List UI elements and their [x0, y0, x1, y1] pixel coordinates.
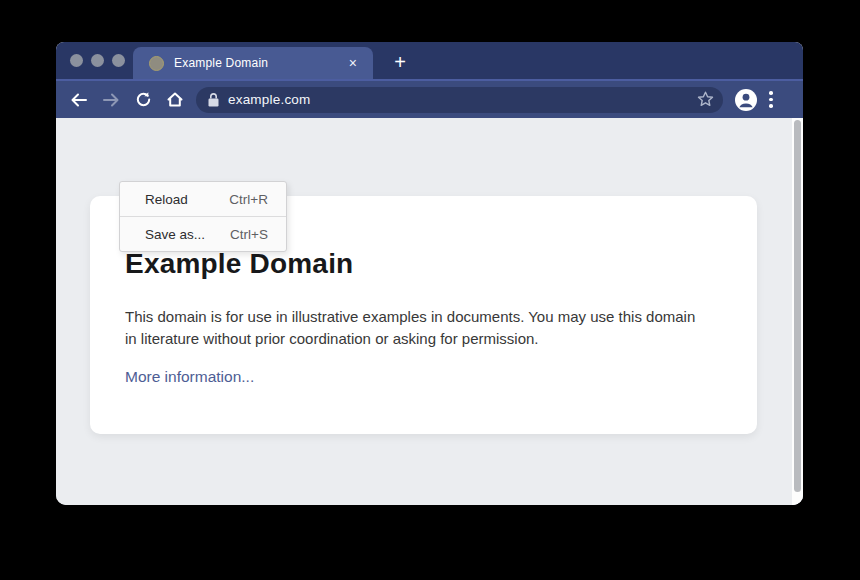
menu-item-label: Save as... [145, 227, 205, 242]
navigation-toolbar: example.com [56, 79, 803, 118]
new-tab-button[interactable]: + [386, 48, 414, 76]
dot-icon [769, 104, 773, 108]
titlebar: Example Domain × + [56, 42, 803, 79]
profile-avatar-button[interactable] [735, 89, 757, 111]
maximize-window-button[interactable] [112, 54, 125, 67]
tab-favicon-icon [149, 56, 164, 71]
close-window-button[interactable] [70, 54, 83, 67]
home-icon [166, 91, 184, 108]
more-information-link[interactable]: More information... [125, 368, 254, 386]
url-text[interactable]: example.com [228, 92, 696, 107]
scrollbar-thumb[interactable] [794, 120, 801, 492]
minimize-window-button[interactable] [91, 54, 104, 67]
home-button[interactable] [160, 85, 190, 115]
page-viewport: Example Domain This domain is for use in… [56, 118, 803, 505]
reload-button[interactable] [128, 85, 158, 115]
context-menu: Reload Ctrl+R Save as... Ctrl+S [119, 181, 287, 252]
menu-item-shortcut: Ctrl+S [230, 227, 268, 242]
tab-close-icon[interactable]: × [343, 53, 363, 73]
lock-icon [208, 93, 219, 107]
reload-icon [135, 91, 152, 108]
back-button[interactable] [64, 85, 94, 115]
forward-arrow-icon [102, 92, 120, 108]
forward-button[interactable] [96, 85, 126, 115]
page-title: Example Domain [125, 248, 722, 280]
traffic-lights [70, 54, 125, 67]
avatar-person-icon [735, 89, 757, 111]
page-body-text: This domain is for use in illustrative e… [125, 306, 710, 350]
bookmark-star-icon[interactable] [696, 90, 715, 109]
dot-icon [769, 98, 773, 102]
browser-tab[interactable]: Example Domain × [133, 47, 373, 79]
menu-item-label: Reload [145, 192, 188, 207]
tab-title: Example Domain [174, 56, 343, 70]
context-menu-item-reload[interactable]: Reload Ctrl+R [120, 182, 286, 216]
context-menu-item-save-as[interactable]: Save as... Ctrl+S [120, 216, 286, 251]
browser-window: Example Domain × + [56, 42, 803, 505]
scrollbar-track[interactable] [792, 118, 803, 505]
menu-item-shortcut: Ctrl+R [229, 192, 268, 207]
dot-icon [769, 91, 773, 95]
address-bar[interactable]: example.com [196, 87, 723, 113]
back-arrow-icon [70, 92, 88, 108]
browser-menu-button[interactable] [769, 91, 773, 108]
